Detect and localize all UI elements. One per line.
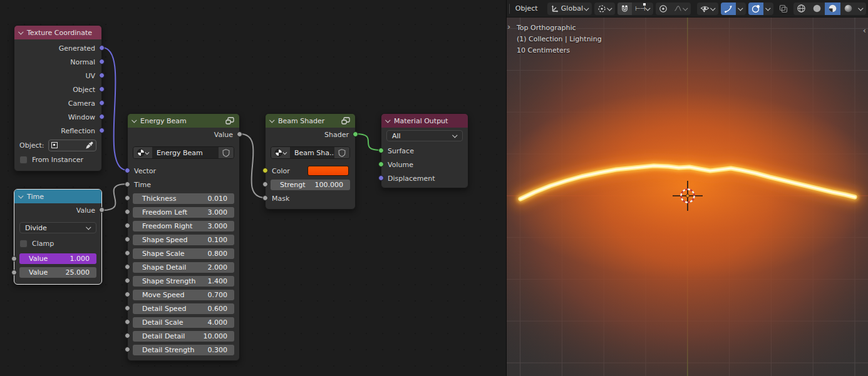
param-slider[interactable]: Shape Strength 1.400 — [133, 276, 234, 287]
socket-normal[interactable] — [99, 59, 105, 64]
node-header[interactable]: Texture Coordinate — [14, 26, 101, 39]
3d-viewport[interactable]: Object Global — [506, 0, 868, 376]
param-slider[interactable]: Shape Detail 2.000 — [133, 262, 234, 273]
collapse-chevron-icon[interactable] — [269, 118, 274, 123]
param-slider[interactable]: Move Speed 0.700 — [133, 290, 234, 300]
socket-color[interactable] — [262, 168, 268, 173]
socket-detail-strength[interactable] — [125, 347, 130, 352]
snap-settings-dropdown[interactable]: ⊢⊣ — [632, 3, 653, 15]
param-slider[interactable]: Detail Speed 0.600 — [133, 303, 234, 314]
object-types-visibility-dropdown[interactable] — [697, 3, 718, 15]
socket-shape-speed[interactable] — [125, 236, 130, 242]
socket-thickness[interactable] — [125, 195, 130, 201]
color-swatch[interactable] — [307, 166, 349, 176]
socket-object[interactable] — [99, 86, 105, 92]
collapse-chevron-icon[interactable] — [385, 118, 390, 123]
collapse-chevron-icon[interactable] — [18, 29, 23, 34]
socket-value-1[interactable] — [11, 256, 17, 262]
group-name-field[interactable]: Energy Beam — [152, 147, 219, 158]
socket-shape-strength[interactable] — [125, 278, 130, 283]
toolbar-expand-chevron[interactable]: › — [507, 23, 510, 31]
node-texture-coordinate[interactable]: Texture Coordinate Generated Normal UV O… — [14, 25, 102, 171]
proportional-falloff-dropdown[interactable] — [671, 3, 691, 15]
node-group-selector[interactable]: Energy Beam — [133, 146, 234, 159]
socket-shape-detail[interactable] — [125, 264, 130, 270]
node-header[interactable]: Material Output — [381, 114, 468, 128]
strength-slider[interactable]: Strengt 100.000 — [271, 180, 350, 190]
param-slider[interactable]: Shape Scale 0.800 — [133, 248, 234, 259]
shading-material-preview-button[interactable] — [825, 3, 840, 15]
socket-beam-value[interactable] — [237, 131, 242, 137]
socket-freedom-left[interactable] — [125, 209, 130, 215]
collapse-chevron-icon[interactable] — [18, 193, 23, 198]
socket-camera[interactable] — [99, 100, 105, 106]
socket-time-value[interactable] — [99, 207, 105, 213]
param-slider[interactable]: Shape Speed 0.100 — [133, 235, 234, 245]
pivot-point-dropdown[interactable] — [594, 3, 615, 15]
node-beam-shader[interactable]: Beam Shader Shader Beam Sha... — [265, 113, 356, 210]
sidebar-expand-chevron[interactable]: ‹ — [863, 26, 866, 34]
node-group-selector[interactable]: Beam Sha... — [271, 146, 350, 159]
browse-group-button[interactable] — [133, 147, 152, 158]
param-slider[interactable]: Detail Detail 10.000 — [133, 331, 234, 342]
eyedropper-icon[interactable] — [85, 141, 93, 150]
xray-toggle[interactable] — [776, 3, 791, 15]
socket-mask[interactable] — [262, 195, 268, 201]
node-energy-beam[interactable]: Energy Beam Value Energy Beam — [127, 113, 240, 361]
socket-move-speed[interactable] — [125, 292, 130, 297]
clamp-checkbox[interactable] — [19, 240, 28, 248]
node-header[interactable]: Energy Beam — [128, 114, 239, 128]
param-slider[interactable]: Freedom Right 3.000 — [133, 221, 234, 231]
socket-surface[interactable] — [378, 148, 384, 153]
socket-shader-out[interactable] — [353, 131, 358, 137]
socket-displacement[interactable] — [378, 175, 384, 181]
shading-dropdown[interactable] — [856, 3, 866, 15]
shading-rendered-button[interactable] — [840, 3, 856, 15]
object-picker-field[interactable] — [48, 140, 96, 151]
socket-detail-speed[interactable] — [125, 305, 130, 311]
fake-user-button[interactable] — [334, 147, 349, 158]
shader-node-editor[interactable]: Texture Coordinate Generated Normal UV O… — [0, 0, 506, 376]
output-target-dropdown[interactable]: All — [386, 130, 463, 141]
viewport-canvas[interactable] — [507, 18, 868, 376]
socket-reflection[interactable] — [99, 128, 105, 133]
socket-detail-scale[interactable] — [125, 319, 130, 325]
socket-window[interactable] — [99, 114, 105, 119]
from-instancer-checkbox[interactable] — [19, 156, 28, 164]
browse-group-button[interactable] — [271, 147, 290, 158]
transform-orientation-dropdown[interactable]: Global — [547, 3, 592, 15]
proportional-editing-toggle[interactable] — [656, 3, 671, 15]
node-material-output[interactable]: Material Output All Surface Volume Displ… — [381, 113, 468, 188]
overlays-dropdown[interactable] — [763, 3, 773, 15]
shading-solid-button[interactable] — [809, 3, 825, 15]
show-gizmo-toggle[interactable] — [721, 3, 736, 15]
operation-dropdown[interactable]: Divide — [19, 222, 96, 233]
group-name-field[interactable]: Beam Sha... — [290, 147, 334, 158]
param-slider[interactable]: Detail Strength 0.300 — [133, 345, 234, 355]
socket-freedom-right[interactable] — [125, 223, 130, 228]
socket-shape-scale[interactable] — [125, 250, 130, 256]
param-slider[interactable]: Thickness 0.010 — [133, 193, 234, 204]
socket-strength[interactable] — [262, 181, 268, 187]
socket-detail-detail[interactable] — [125, 333, 130, 338]
node-header[interactable]: Time — [14, 190, 101, 203]
node-header[interactable]: Beam Shader — [266, 114, 355, 128]
socket-time[interactable] — [125, 181, 130, 187]
mode-dropdown[interactable]: Object — [512, 3, 541, 15]
value-slider[interactable]: Value 25.000 — [19, 267, 96, 278]
socket-volume[interactable] — [378, 161, 384, 167]
gizmo-dropdown[interactable] — [736, 3, 746, 15]
socket-generated[interactable] — [99, 45, 105, 51]
param-slider[interactable]: Detail Scale 4.000 — [133, 317, 234, 328]
node-time[interactable]: Time Value Divide Clamp Value 1.00 — [14, 189, 102, 285]
socket-value-2[interactable] — [11, 270, 17, 275]
value-slider-driven[interactable]: Value 1.000 — [19, 253, 96, 264]
param-slider[interactable]: Freedom Left 3.000 — [133, 207, 234, 218]
show-overlays-toggle[interactable] — [748, 3, 763, 15]
snap-toggle[interactable] — [617, 3, 632, 15]
fake-user-button[interactable] — [219, 147, 234, 158]
socket-uv[interactable] — [99, 73, 105, 78]
shading-wireframe-button[interactable] — [793, 3, 809, 15]
socket-vector[interactable] — [125, 168, 130, 173]
collapse-chevron-icon[interactable] — [132, 118, 137, 123]
